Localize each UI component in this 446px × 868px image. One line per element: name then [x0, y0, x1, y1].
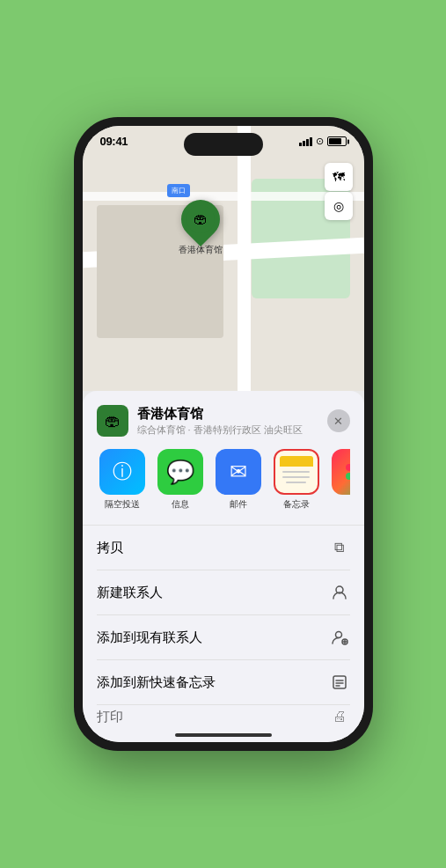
pin-inner: 🏟	[186, 205, 215, 233]
mail-icon: ✉	[216, 449, 261, 495]
location-subtitle: 综合体育馆 · 香港特别行政区 油尖旺区	[137, 423, 318, 437]
map-controls: 🗺 ◎	[325, 163, 353, 220]
location-header: 🏟 香港体育馆 综合体育馆 · 香港特别行政区 油尖旺区 ✕	[97, 405, 350, 437]
location-button[interactable]: ◎	[325, 192, 353, 220]
new-contact-icon	[329, 582, 350, 603]
share-row: ⓘ 隔空投送 💬 信息 ✉ 邮件	[97, 449, 350, 511]
action-label-new-contact: 新建联系人	[97, 585, 163, 601]
pin-icon-circle: 🏟	[173, 192, 228, 246]
location-name: 香港体育馆	[137, 406, 318, 423]
more-icon	[332, 449, 350, 495]
map-label-nankou: 南口	[167, 184, 190, 197]
action-label-quick-note: 添加到新快速备忘录	[97, 674, 216, 691]
action-label-print: 打印	[97, 709, 123, 725]
action-label-copy: 拷贝	[97, 540, 123, 556]
location-info: 香港体育馆 综合体育馆 · 香港特别行政区 油尖旺区	[137, 406, 318, 437]
share-item-notes[interactable]: 备忘录	[271, 449, 322, 511]
action-row-copy[interactable]: 拷贝 ⧉	[97, 526, 350, 570]
action-row-print[interactable]: 打印 🖨	[97, 705, 350, 728]
notes-icon	[274, 449, 319, 495]
share-item-airdrop[interactable]: ⓘ 隔空投送	[97, 449, 148, 511]
pin-emoji: 🏟	[194, 211, 208, 227]
home-indicator	[175, 733, 272, 737]
phone-screen: 09:41 ⊙	[83, 126, 364, 742]
notes-label: 备忘录	[283, 498, 310, 511]
svg-rect-5	[333, 676, 346, 688]
phone-frame: 09:41 ⊙	[74, 117, 373, 751]
print-icon: 🖨	[329, 706, 350, 727]
share-item-messages[interactable]: 💬 信息	[155, 449, 206, 511]
status-time: 09:41	[100, 135, 128, 148]
close-button[interactable]: ✕	[327, 409, 350, 432]
map-canvas: 南口 🏟 香港体育馆 🗺	[83, 126, 364, 391]
action-row-quick-note[interactable]: 添加到新快速备忘录	[97, 660, 350, 705]
map-block-2	[97, 272, 223, 338]
messages-label: 信息	[172, 498, 189, 511]
action-row-new-contact[interactable]: 新建联系人	[97, 570, 350, 615]
location-icon: 🏟	[97, 405, 128, 437]
notes-line-3	[286, 482, 306, 483]
airdrop-icon: ⓘ	[99, 449, 145, 495]
messages-icon: 💬	[157, 449, 203, 495]
map-area[interactable]: 南口 🏟 香港体育馆 🗺	[83, 126, 364, 391]
action-label-add-contact: 添加到现有联系人	[97, 629, 202, 646]
status-icons: ⊙	[299, 136, 347, 147]
quick-note-icon	[329, 672, 350, 693]
svg-point-1	[335, 632, 341, 638]
map-type-button[interactable]: 🗺	[325, 163, 353, 191]
action-row-add-contact[interactable]: 添加到现有联系人	[97, 615, 350, 660]
share-item-mail[interactable]: ✉ 邮件	[213, 449, 264, 511]
notes-line-1	[282, 471, 309, 473]
copy-icon: ⧉	[329, 537, 350, 558]
wifi-icon: ⊙	[316, 136, 324, 147]
bottom-sheet: 🏟 香港体育馆 综合体育馆 · 香港特别行政区 油尖旺区 ✕ ⓘ 隔空投送	[83, 391, 364, 742]
battery-icon	[327, 136, 347, 146]
dynamic-island	[184, 133, 263, 156]
map-road-v1	[238, 126, 251, 391]
notes-line-2	[282, 476, 309, 478]
airdrop-label: 隔空投送	[105, 498, 140, 511]
mail-label: 邮件	[230, 498, 247, 511]
signal-icon	[299, 137, 312, 146]
share-item-more[interactable]: 推	[329, 449, 350, 511]
map-road-h2	[83, 192, 364, 201]
map-pin: 🏟 香港体育馆	[179, 200, 223, 256]
add-contact-icon	[329, 627, 350, 648]
notes-header-bar	[280, 456, 313, 467]
